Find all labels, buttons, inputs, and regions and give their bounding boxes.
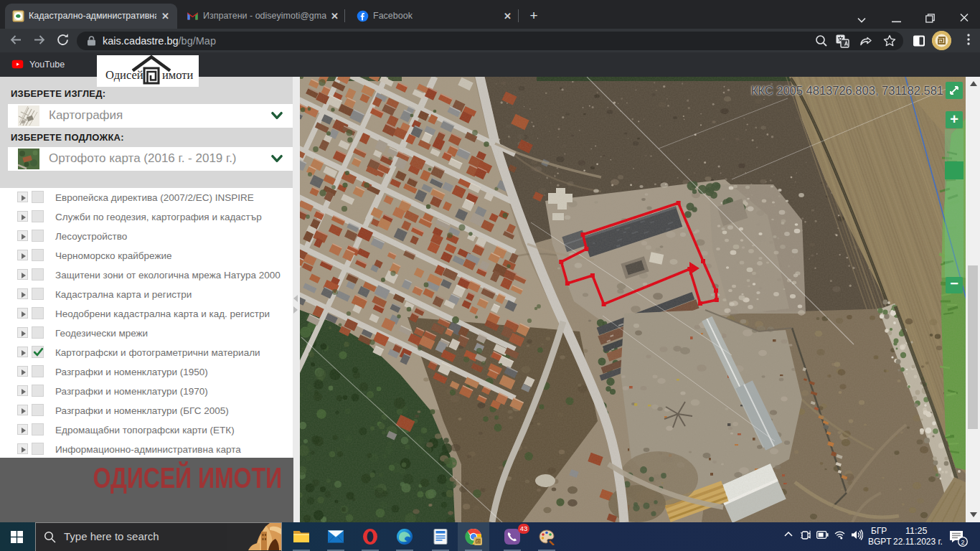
svg-text:Одисей: Одисей bbox=[105, 68, 143, 82]
svg-text:2: 2 bbox=[961, 539, 964, 546]
